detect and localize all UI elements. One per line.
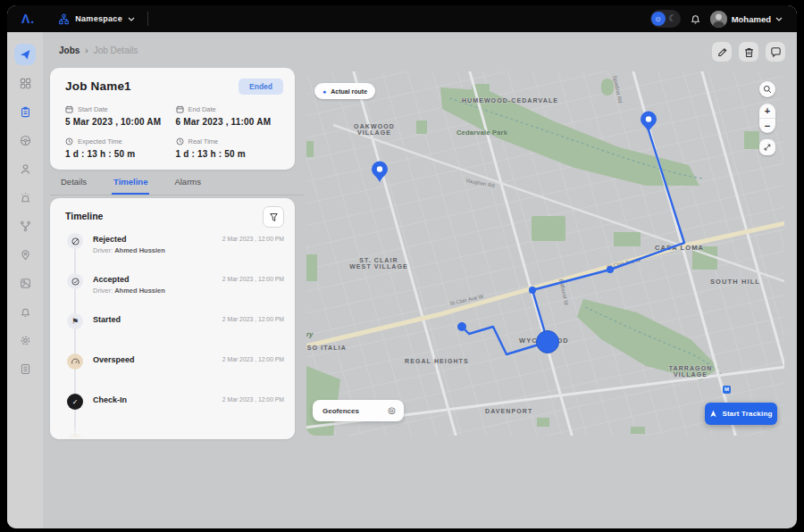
map-search-button[interactable] <box>759 81 775 97</box>
geofences-label: Geofences <box>322 407 359 415</box>
end-date-label: End Date <box>188 105 216 113</box>
real-time-label: Real Time <box>188 137 219 145</box>
notifications-bell-icon[interactable] <box>690 12 701 25</box>
namespace-label: Namespace <box>75 14 122 23</box>
org-chart-icon <box>58 13 70 25</box>
event-title: Check-In <box>93 395 127 404</box>
event-driver: Driver: Ahmed Hussien <box>93 287 165 295</box>
sidebar-item-jobs[interactable] <box>14 101 36 122</box>
start-date-label: Start Date <box>78 105 108 113</box>
trash-icon <box>743 46 755 58</box>
legend-label: Actual route <box>331 88 367 95</box>
event-title: Overspeed <box>93 355 135 364</box>
start-tracking-label: Start Tracking <box>722 410 772 418</box>
navigation-icon <box>19 48 31 61</box>
user-icon <box>20 163 31 175</box>
bell-icon <box>20 306 31 318</box>
start-tracking-button[interactable]: Start Tracking <box>705 403 777 425</box>
sidebar-item-locations[interactable] <box>14 244 36 265</box>
expected-time-label: Expected Time <box>78 137 122 145</box>
speedometer-icon <box>67 353 83 370</box>
route-point[interactable] <box>529 287 536 294</box>
tab-timeline[interactable]: Timeline <box>112 174 149 195</box>
chat-bubble-icon <box>770 46 782 58</box>
route-point[interactable] <box>457 322 466 331</box>
timeline-event-checkin: ✓ Check-In 2 Mar 2023 , 12:00 PM <box>50 389 295 429</box>
geofences-toggle[interactable]: Geofences ◎ <box>313 400 404 421</box>
flag-icon: ⚑ <box>67 313 83 329</box>
start-date-field: Start Date 5 Mar 2023 , 10:00 AM <box>65 105 176 127</box>
timeline-event-overspeed: Overspeed 2 Mar 2023 , 12:00 PM <box>50 349 295 389</box>
gear-icon <box>20 335 31 346</box>
sidebar-item-tracking[interactable] <box>14 44 36 65</box>
check-icon: ✓ <box>67 394 83 410</box>
map-search-control <box>759 81 775 97</box>
expected-time-value: 1 d : 13 h : 50 m <box>65 149 176 159</box>
real-time-field: Real Time 1 d : 13 h : 50 m <box>176 137 287 159</box>
light-mode-icon[interactable]: ☼ <box>651 12 666 26</box>
route-point[interactable] <box>607 266 614 273</box>
calendar-icon <box>65 105 73 113</box>
job-summary-card: Job Name1 Ended Start Date 5 Mar 2023 , … <box>50 68 295 170</box>
map-pin-start[interactable] <box>372 162 388 183</box>
event-title: Rejected <box>93 235 127 244</box>
map-pin-end[interactable] <box>641 112 657 133</box>
sidebar-item-settings[interactable] <box>14 329 36 351</box>
image-frame-icon <box>20 278 31 289</box>
sidebar-item-reports[interactable] <box>14 358 36 379</box>
filter-button[interactable] <box>263 206 284 228</box>
timeline-event-partial <box>50 429 295 439</box>
chevron-down-icon <box>775 17 783 21</box>
zoom-in-button[interactable]: + <box>759 104 775 118</box>
geofence-target-icon: ◎ <box>388 406 396 415</box>
edit-button[interactable] <box>712 42 732 62</box>
job-tabs: Details Timeline Alarms <box>50 174 304 195</box>
sidebar-item-notifications[interactable] <box>14 301 36 322</box>
delete-button[interactable] <box>739 42 758 62</box>
sidebar-item-users[interactable] <box>14 158 36 179</box>
sidebar-item-alarms[interactable] <box>14 187 36 208</box>
route-layer <box>306 71 784 436</box>
user-name: Mohamed <box>732 14 771 24</box>
fullscreen-button[interactable] <box>759 139 775 155</box>
route-current-position[interactable] <box>537 331 559 353</box>
tab-details[interactable]: Details <box>59 174 88 195</box>
timeline-event-started: ⚑ Started 2 Mar 2023 , 12:00 PM <box>50 309 295 349</box>
timeline-panel: Timeline Rejected Driver: Ahmed Hussien … <box>50 198 295 439</box>
sidebar-item-geofences[interactable] <box>14 272 36 294</box>
timeline-event-accepted: Accepted Driver: Ahmed Hussien 2 Mar 202… <box>50 269 295 309</box>
user-menu[interactable]: Mohamed <box>710 11 783 28</box>
siren-icon <box>20 192 31 204</box>
page-actions <box>712 42 785 62</box>
map-pin-icon <box>20 249 31 261</box>
sidebar-item-routes[interactable] <box>14 215 36 237</box>
comments-button[interactable] <box>766 42 785 62</box>
pencil-icon <box>716 46 728 58</box>
zoom-out-button[interactable]: − <box>759 118 775 133</box>
route-branch-icon <box>20 220 31 232</box>
breadcrumb-separator-icon: › <box>85 46 88 55</box>
avatar <box>710 11 727 28</box>
search-icon <box>763 85 772 94</box>
clock-icon <box>65 137 73 145</box>
breadcrumb: Jobs › Job Details <box>59 46 138 55</box>
namespace-dropdown[interactable]: Namespace <box>58 13 135 25</box>
map-expand-control <box>759 139 775 155</box>
accepted-icon <box>67 273 83 289</box>
map-zoom-control: + − <box>759 104 775 133</box>
event-title: Accepted <box>93 275 130 284</box>
map-canvas[interactable]: CEDARVALE HUMEWOOD-CEDARVALE OAKWOOD VIL… <box>306 71 784 436</box>
steering-wheel-icon <box>20 135 31 146</box>
expand-arrows-icon <box>763 143 772 152</box>
sidebar-item-dashboard[interactable] <box>14 72 36 94</box>
theme-toggle[interactable]: ☼ ☾ <box>650 10 681 28</box>
sidebar-item-drivers[interactable] <box>14 129 36 151</box>
timeline-panel-title: Timeline <box>65 211 103 221</box>
breadcrumb-jobs[interactable]: Jobs <box>59 46 80 55</box>
rejected-icon <box>67 233 83 249</box>
timeline-event-rejected: Rejected Driver: Ahmed Hussien 2 Mar 202… <box>50 229 295 269</box>
tab-alarms[interactable]: Alarms <box>172 174 203 195</box>
event-timestamp: 2 Mar 2023 , 12:00 PM <box>222 276 284 282</box>
dark-mode-icon[interactable]: ☾ <box>666 12 680 26</box>
top-bar: Λ. Namespace ☼ ☾ Mohamed <box>7 5 797 32</box>
